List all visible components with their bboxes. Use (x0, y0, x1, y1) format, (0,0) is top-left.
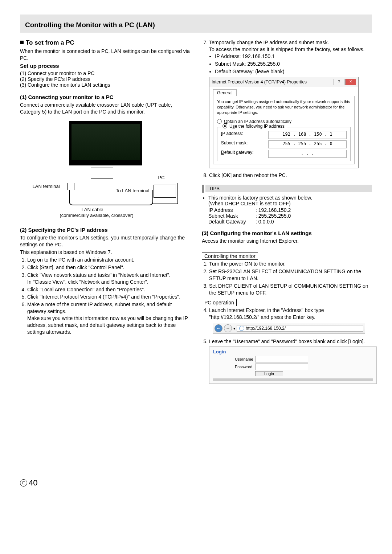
username-field[interactable] (255, 356, 308, 362)
address-field[interactable]: http://192.168.150.2/ (237, 325, 363, 332)
step1-heading: (1) Connecting your monitor to a PC (20, 94, 190, 101)
login-title: Login (213, 349, 373, 354)
general-tab[interactable]: General (213, 89, 237, 96)
square-bullet-icon (20, 41, 24, 44)
controlling-list: Turn the power ON to the monitor. Set RS… (202, 260, 372, 296)
forward-button[interactable]: → (224, 324, 232, 332)
ip-address-field[interactable]: 192 . 168 . 150 . 1 (268, 131, 347, 139)
list-item: Subnet Mask: 255.255.255.0 (215, 61, 372, 67)
intro-text: When the monitor is connected to a PC, L… (20, 48, 190, 62)
step2-intro: To configure the monitor's LAN settings,… (20, 234, 190, 248)
radio-manual[interactable]: Use the following IP address: (221, 124, 287, 129)
right-column: Temporarily change the IP address and su… (202, 39, 372, 384)
dialog-title: Internet Protocol Version 4 (TCP/IPv4) P… (212, 79, 307, 85)
step2-note: Make sure you write this information now… (27, 315, 190, 336)
step8-list: Click [OK] and then reboot the PC. (202, 172, 372, 179)
connection-diagram: LAN terminal PC To LAN terminal LAN cabl… (33, 121, 178, 223)
close-button[interactable]: ✕ (345, 79, 356, 85)
section-to-set-from-pc: To set from a PC (20, 39, 190, 46)
subnet-label: Subnet mask: (221, 140, 265, 148)
list-item: Temporarily change the IP address and su… (209, 39, 372, 75)
ipv4-properties-dialog: Internet Protocol Version 4 (TCP/IPv4) P… (209, 77, 359, 168)
tips-body: This monitor is factory preset as shown … (202, 193, 372, 225)
dropdown-icon[interactable]: ▾ (233, 327, 235, 331)
login-screenshot: Login Username Password Login (209, 346, 377, 384)
list-item: Launch Internet Explorer, in the "Addres… (209, 307, 372, 321)
pc-operation-list: Launch Internet Explorer, in the "Addres… (202, 307, 372, 321)
list-item: IP Address: 192.168.150.1 (215, 53, 372, 60)
pc-operation-list-5: Leave the "Username" and "Password" boxe… (202, 338, 372, 345)
monitor-icon (69, 121, 142, 165)
page-number: E 40 (20, 478, 372, 488)
lan-port-icon (67, 183, 74, 190)
radio-icon (222, 124, 227, 128)
step1-body: Connect a commercially available crossov… (20, 102, 190, 115)
step2-heading: (2) Specifying the PC's IP address (20, 226, 190, 234)
lan-cable-label: LAN cable (82, 207, 103, 212)
list-item: Make a note of the current IP address, s… (27, 301, 190, 335)
setup-step: (2) Specify the PC's IP address (20, 76, 190, 82)
list-item: Turn the power ON to the monitor. (209, 260, 372, 267)
step3-intro: Access the monitor using Internet Explor… (202, 238, 372, 245)
ie-icon (239, 326, 244, 331)
list-item: Set DHCP CLIENT of LAN SETUP of COMMUNIC… (209, 283, 372, 296)
list-item: Click "Internet Protocol Version 4 (TCP/… (27, 294, 190, 300)
list-item: Default Gateway: (leave blank) (215, 68, 372, 75)
list-item: Click "View network status and tasks" in… (27, 272, 190, 286)
login-button[interactable]: Login (255, 371, 283, 376)
back-button[interactable]: ← (215, 324, 222, 332)
classic-view-note: In "Classic View", click "Network and Sh… (27, 279, 190, 286)
page-header: Controlling the Monitor with a PC (LAN) (20, 15, 372, 33)
list-item: Click [OK] and then reboot the PC. (209, 172, 372, 179)
step7-bullets: IP Address: 192.168.150.1 Subnet Mask: 2… (209, 53, 372, 75)
lan-cable-desc: (commercially available, crossover) (60, 213, 134, 218)
gateway-field[interactable]: . . . (268, 150, 347, 158)
browser-address-bar: ← → ▾ http://192.168.150.2/ (213, 323, 365, 334)
tips-header: TIPS (202, 185, 372, 193)
password-label: Password (235, 365, 253, 369)
dialog-desc: You can get IP settings assigned automat… (217, 99, 351, 115)
setup-step: (1) Connect your monitor to a PC (20, 70, 190, 76)
username-label: Username (235, 357, 253, 361)
password-field[interactable] (255, 364, 308, 370)
subnet-field[interactable]: 255 . 255 . 255 . 0 (268, 140, 347, 148)
lan-terminal-label: LAN terminal (33, 184, 60, 189)
pc-label: PC (158, 175, 164, 180)
setup-process-heading: Set up process (20, 62, 190, 70)
monitor-ports-icon (91, 168, 113, 178)
radio-icon (217, 119, 222, 124)
left-column: To set from a PC When the monitor is con… (20, 39, 190, 384)
step3-heading: (3) Configuring the monitor's LAN settin… (202, 230, 372, 237)
tips-label: TIPS (205, 185, 372, 192)
setup-process-list: (1) Connect your monitor to a PC (2) Spe… (20, 70, 190, 88)
tips-marker-icon (202, 185, 204, 193)
ip-address-label: IP address: (221, 131, 265, 139)
radio-auto[interactable]: OObtain an IP address automaticallybtain… (217, 119, 351, 124)
gateway-label: Default gateway: (221, 150, 265, 158)
page-e-icon: E (20, 479, 27, 487)
lan-cable-icon (69, 190, 153, 205)
list-item: Leave the "Username" and "Password" boxe… (209, 338, 372, 345)
list-item: Set RS-232C/LAN SELECT of COMMUNICATION … (209, 268, 372, 282)
controlling-monitor-label: Controlling the monitor (202, 253, 258, 260)
pc-operation-label: PC operation (202, 299, 237, 306)
step2-intro2: This explanation is based on Windows 7. (20, 249, 190, 256)
setup-step: (3) Configure the monitor's LAN settings (20, 82, 190, 88)
pc-icon (152, 183, 178, 204)
list-item: Click "Local Area Connection" and then "… (27, 286, 190, 293)
step2-list: Log on to the PC with an administrator a… (20, 257, 190, 336)
help-button[interactable]: ? (334, 79, 344, 85)
login-footer-bar (213, 378, 373, 381)
page-title: Controlling the Monitor with a PC (LAN) (25, 21, 372, 29)
step7-list: Temporarily change the IP address and su… (202, 39, 372, 75)
list-item: Log on to the PC with an administrator a… (27, 257, 190, 263)
list-item: Click [Start], and then click "Control P… (27, 264, 190, 271)
